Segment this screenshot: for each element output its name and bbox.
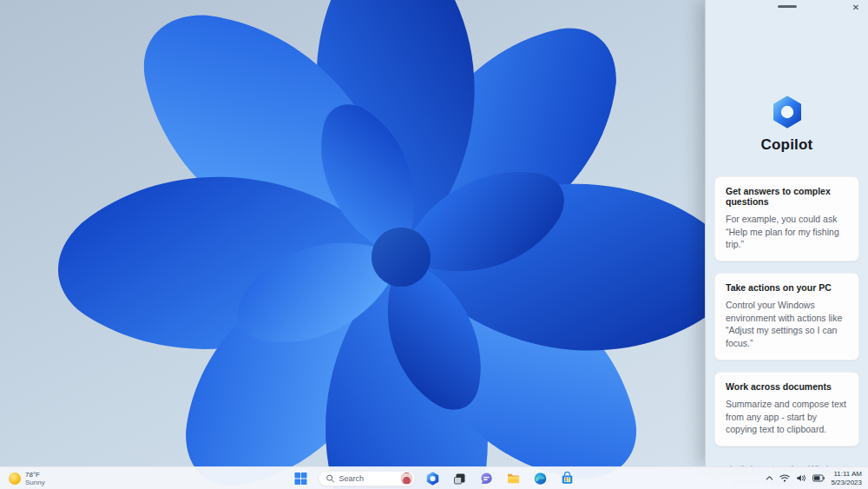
taskbar-search[interactable]: Search — [319, 471, 416, 486]
clock-time: 11:11 AM — [831, 470, 862, 479]
wifi-icon[interactable] — [779, 473, 790, 483]
panel-title: Copilot — [761, 136, 813, 154]
search-daily-image-icon — [401, 472, 413, 485]
taskbar-copilot-button[interactable] — [424, 469, 443, 488]
card-title: Work across documents — [726, 381, 848, 392]
edge-icon — [534, 472, 548, 486]
task-view-icon — [453, 472, 467, 486]
weather-condition: Sunny — [25, 479, 45, 486]
microsoft-store-icon — [561, 472, 575, 486]
edge-button[interactable] — [531, 469, 550, 488]
taskbar-center-icons: Search — [292, 467, 577, 489]
card-title: Take actions on your PC — [726, 282, 848, 293]
copilot-icon — [426, 472, 440, 486]
sun-icon — [9, 472, 21, 485]
battery-icon[interactable] — [812, 474, 825, 482]
card-take-actions[interactable]: Take actions on your PC Control your Win… — [714, 273, 859, 360]
suggestion-cards: Get answers to complex questions For exa… — [706, 176, 868, 446]
taskbar-clock[interactable]: 11:11 AM 5/23/2023 — [831, 470, 862, 486]
search-label: Search — [339, 474, 397, 483]
card-get-answers[interactable]: Get answers to complex questions For exa… — [714, 176, 859, 261]
taskbar: 78°F Sunny Search — [0, 466, 868, 489]
chevron-up-icon[interactable] — [766, 474, 773, 482]
copilot-logo-icon — [771, 96, 804, 129]
file-explorer-button[interactable] — [504, 469, 523, 488]
chat-icon — [480, 472, 494, 486]
card-body: For example, you could ask “Help me plan… — [726, 213, 848, 251]
card-body: Summarize and compose text from any app … — [726, 398, 848, 436]
card-body: Control your Windows environment with ac… — [726, 299, 848, 350]
task-view-button[interactable] — [450, 469, 470, 488]
copilot-brand: Copilot — [706, 96, 868, 154]
card-title: Get answers to complex questions — [726, 186, 848, 207]
speaker-icon[interactable] — [796, 473, 806, 483]
system-tray: 11:11 AM 5/23/2023 — [766, 467, 862, 489]
search-icon — [326, 474, 335, 483]
windows-start-icon — [294, 472, 308, 486]
card-work-documents[interactable]: Work across documents Summarize and comp… — [714, 372, 859, 446]
file-explorer-icon — [507, 472, 521, 486]
copilot-panel: ✕ Copilot Get answers to complex questio… — [705, 0, 868, 466]
weather-widget[interactable]: 78°F Sunny — [9, 471, 45, 486]
clock-date: 5/23/2023 — [831, 479, 862, 487]
chat-button[interactable] — [477, 469, 496, 488]
panel-drag-handle-icon[interactable] — [778, 5, 797, 8]
weather-temperature: 78°F — [25, 471, 45, 479]
close-icon[interactable]: ✕ — [850, 2, 862, 14]
start-button[interactable] — [292, 469, 311, 488]
store-button[interactable] — [558, 469, 577, 488]
